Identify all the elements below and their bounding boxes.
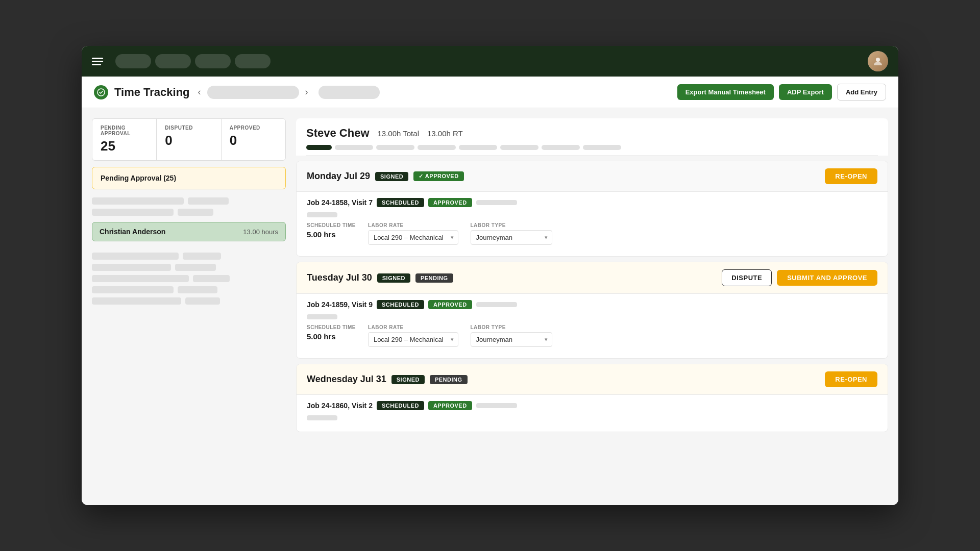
add-entry-button[interactable]: Add Entry: [837, 84, 886, 101]
day-header-actions-tuesday: DISPUTE SUBMIT AND APPROVE: [722, 269, 877, 286]
employee-rt-hours: 13.00h RT: [427, 129, 463, 138]
body-layout: PENDING APPROVAL 25 DISPUTED 0 APPROVED …: [82, 108, 898, 505]
job-row-header-wednesday-1: Job 24-1860, Visit 2 Scheduled Approved: [307, 401, 877, 410]
employee-total-hours: 13.00h Total: [378, 129, 419, 138]
day-header-left-wednesday: Wednesday Jul 31 Signed Pending: [307, 374, 468, 385]
labor-rate-select-monday[interactable]: Local 290 – Mechanical: [368, 230, 458, 245]
nav-pills: [115, 54, 271, 68]
labor-type-group-monday: LABOR TYPE Journeyman: [471, 222, 552, 245]
app-container: Time Tracking ‹ › Export Manual Timeshee…: [82, 46, 898, 505]
stat-pending: PENDING APPROVAL 25: [92, 119, 157, 160]
badge-signed-tuesday: Signed: [377, 273, 410, 283]
job-sub-skeleton: [307, 415, 337, 420]
week-tab-2[interactable]: [335, 145, 373, 150]
week-tab-6[interactable]: [500, 145, 538, 150]
nav-pill-1[interactable]: [115, 54, 151, 68]
badge-job-approved-monday-1: Approved: [428, 198, 472, 207]
labor-rate-group-monday: LABOR RATE Local 290 – Mechanical: [368, 222, 458, 245]
job-sub-skeleton: [307, 314, 337, 319]
stat-approved-value: 0: [230, 133, 277, 148]
scheduled-time-label-monday: SCHEDULED TIME: [307, 222, 356, 228]
date-range: [318, 86, 380, 99]
nav-arrows: ‹ ›: [196, 85, 380, 99]
week-tab-1[interactable]: [306, 145, 332, 150]
day-card-tuesday: Tuesday Jul 30 Signed Pending DISPUTE SU…: [296, 262, 888, 359]
stat-pending-value: 25: [101, 138, 148, 154]
nav-next-button[interactable]: ›: [303, 85, 310, 99]
pending-banner[interactable]: Pending Approval (25): [92, 167, 286, 189]
svg-point-0: [876, 58, 880, 62]
day-card-header-tuesday: Tuesday Jul 30 Signed Pending DISPUTE SU…: [297, 262, 888, 294]
skeleton-block: [92, 209, 174, 216]
job-skeleton: [476, 200, 517, 205]
badge-pending-wednesday: Pending: [430, 375, 468, 384]
adp-export-button[interactable]: ADP Export: [779, 84, 832, 100]
reopen-button-monday[interactable]: RE-OPEN: [825, 168, 877, 184]
day-card-monday: Monday Jul 29 Signed ✓ Approved RE-OPEN: [296, 161, 888, 257]
day-header-actions-wednesday: RE-OPEN: [825, 371, 877, 387]
page-header: Time Tracking ‹ › Export Manual Timeshee…: [82, 77, 898, 108]
labor-type-select-tuesday[interactable]: Journeyman: [471, 332, 552, 347]
stat-disputed-label: DISPUTED: [165, 125, 212, 131]
day-header-left-monday: Monday Jul 29 Signed ✓ Approved: [307, 171, 464, 182]
page-area: Time Tracking ‹ › Export Manual Timeshee…: [82, 77, 898, 505]
labor-type-label-monday: LABOR TYPE: [471, 222, 552, 228]
nav-prev-button[interactable]: ‹: [196, 85, 203, 99]
labor-rate-label-monday: LABOR RATE: [368, 222, 458, 228]
employee-item-active[interactable]: Christian Anderson 13.00 hours: [92, 222, 286, 241]
week-tab-4[interactable]: [418, 145, 456, 150]
skeleton-rows-top: [92, 197, 286, 216]
week-tab-7[interactable]: [542, 145, 580, 150]
day-header-actions-monday: RE-OPEN: [825, 168, 877, 184]
nav-pill-3[interactable]: [195, 54, 231, 68]
badge-job-approved-wednesday-1: Approved: [428, 401, 472, 410]
dispute-button-tuesday[interactable]: DISPUTE: [722, 269, 772, 286]
left-panel: PENDING APPROVAL 25 DISPUTED 0 APPROVED …: [92, 118, 286, 495]
labor-rate-select-tuesday[interactable]: Local 290 – Mechanical: [368, 332, 458, 347]
page-icon: [94, 85, 108, 99]
stat-approved-label: APPROVED: [230, 125, 277, 131]
skeleton-row-3: [92, 253, 286, 260]
week-tab-3[interactable]: [376, 145, 414, 150]
employee-detail-name: Steve Chew: [306, 127, 370, 140]
labor-type-select-monday[interactable]: Journeyman: [471, 230, 552, 245]
employee-hours: 13.00 hours: [243, 228, 278, 236]
skeleton-rows-bottom: [92, 253, 286, 305]
badge-signed-monday: Signed: [375, 172, 408, 181]
main-content: Time Tracking ‹ › Export Manual Timeshee…: [82, 77, 898, 505]
skeleton-row-5: [92, 275, 286, 282]
week-tabs: [306, 145, 878, 156]
breadcrumb: [207, 86, 299, 99]
export-manual-timesheet-button[interactable]: Export Manual Timesheet: [677, 84, 774, 100]
skeleton-block: [178, 286, 217, 293]
scheduled-time-label-tuesday: SCHEDULED TIME: [307, 324, 356, 330]
job-row-wednesday-1: Job 24-1860, Visit 2 Scheduled Approved: [307, 395, 877, 423]
badge-scheduled-monday-1: Scheduled: [377, 198, 424, 207]
nav-pill-4[interactable]: [235, 54, 271, 68]
stat-pending-label: PENDING APPROVAL: [101, 125, 148, 136]
stats-row: PENDING APPROVAL 25 DISPUTED 0 APPROVED …: [92, 118, 286, 161]
day-title-wednesday: Wednesday Jul 31: [307, 374, 386, 385]
top-nav: [82, 46, 898, 77]
nav-pill-2[interactable]: [155, 54, 191, 68]
reopen-button-wednesday[interactable]: RE-OPEN: [825, 371, 877, 387]
job-row-monday-1: Job 24-1858, Visit 7 Scheduled Approved …: [307, 192, 877, 248]
stat-disputed-value: 0: [165, 133, 212, 148]
skeleton-row-7: [92, 297, 286, 305]
user-avatar[interactable]: [868, 51, 888, 71]
day-header-left-tuesday: Tuesday Jul 30 Signed Pending: [307, 272, 453, 283]
labor-type-select-wrap-tuesday: Journeyman: [471, 332, 552, 347]
badge-scheduled-tuesday-1: Scheduled: [377, 300, 424, 309]
skeleton-block: [92, 264, 171, 271]
week-tab-5[interactable]: [459, 145, 497, 150]
skeleton-row-1: [92, 197, 286, 205]
day-title-monday: Monday Jul 29: [307, 171, 370, 182]
badge-signed-wednesday: Signed: [391, 375, 425, 384]
hamburger-icon[interactable]: [92, 58, 103, 65]
week-tab-8[interactable]: [583, 145, 621, 150]
submit-approve-button-tuesday[interactable]: SUBMIT AND APPROVE: [777, 270, 877, 286]
job-row-tuesday-1: Job 24-1859, Visit 9 Scheduled Approved …: [307, 294, 877, 350]
skeleton-row-6: [92, 286, 286, 293]
badge-pending-tuesday: Pending: [415, 273, 453, 283]
badge-job-approved-tuesday-1: Approved: [428, 300, 472, 309]
